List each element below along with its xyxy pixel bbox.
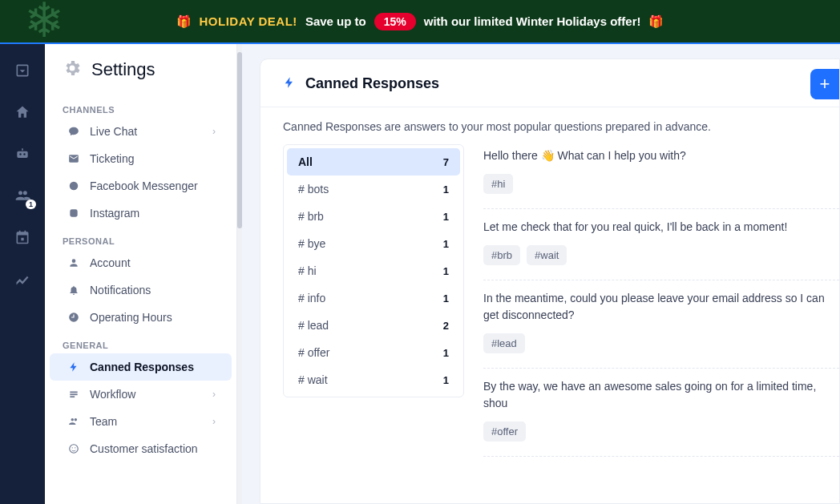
home-icon[interactable] <box>14 103 31 121</box>
tag-filter-row[interactable]: # info1 <box>287 284 460 312</box>
smile-icon <box>67 443 80 454</box>
people-icon[interactable]: 1 <box>14 187 31 204</box>
discount-pill: 15% <box>374 13 416 30</box>
snowflake-icon: ❄ <box>24 0 64 48</box>
tags-filter-list: All7# bots1# brb1# bye1# hi1# info1# lea… <box>283 144 464 397</box>
tag-filter-row[interactable]: # offer1 <box>287 339 460 366</box>
sidebar-item-canned-responses[interactable]: Canned Responses <box>50 353 232 381</box>
response-tag[interactable]: #hi <box>483 174 513 194</box>
clock-icon <box>67 312 80 323</box>
sidebar-item-live-chat[interactable]: Live Chat› <box>50 118 232 145</box>
nav-label: Customer satisfaction <box>90 442 198 455</box>
tag-label: # wait <box>298 373 328 386</box>
response-tag[interactable]: #brb <box>483 245 520 265</box>
banner-suffix: with our limited Winter Holidays offer! <box>424 14 641 28</box>
sidebar-item-instagram[interactable]: Instagram <box>50 200 232 227</box>
tag-filter-row[interactable]: # brb1 <box>287 203 460 230</box>
sidebar-item-ticketing[interactable]: Ticketing <box>50 145 232 172</box>
nav-label: Facebook Messenger <box>90 179 198 192</box>
response-tags: #offer <box>483 421 839 442</box>
response-item[interactable]: Hello there 👋 What can I help you with?#… <box>483 144 839 209</box>
banner-prefix: Save up to <box>305 14 366 28</box>
response-text: In the meantime, could you please leave … <box>483 290 839 324</box>
nav-label: Workflow <box>90 388 135 401</box>
holiday-banner[interactable]: ❄ 🎁 HOLIDAY DEAL! Save up to 15% with ou… <box>0 0 840 42</box>
svg-rect-4 <box>70 396 75 397</box>
tag-count: 1 <box>443 347 449 359</box>
tag-label: # info <box>298 292 325 304</box>
bot-icon[interactable] <box>14 145 31 163</box>
tag-filter-row[interactable]: All7 <box>287 148 460 175</box>
bell-icon <box>67 284 80 296</box>
nav-label: Operating Hours <box>90 311 172 324</box>
response-item[interactable]: In the meantime, could you please leave … <box>483 280 839 369</box>
account-icon <box>67 257 80 268</box>
deal-label: HOLIDAY DEAL! <box>200 14 297 28</box>
tag-count: 1 <box>443 211 449 223</box>
response-tag[interactable]: #offer <box>483 421 526 442</box>
calendar-icon[interactable] <box>14 228 31 246</box>
response-text: Hello there 👋 What can I help you with? <box>483 147 839 164</box>
response-tag[interactable]: #lead <box>483 333 525 353</box>
page-title: Settings <box>91 59 155 80</box>
sidebar-item-notifications[interactable]: Notifications <box>50 276 232 304</box>
sidebar-item-messenger[interactable]: Facebook Messenger <box>50 172 232 200</box>
svg-rect-3 <box>70 393 77 395</box>
tag-count: 1 <box>443 374 449 386</box>
response-item[interactable]: Let me check that for you real quick, I'… <box>483 209 839 280</box>
svg-point-6 <box>72 447 73 448</box>
section-channels: CHANNELS <box>45 95 236 118</box>
chevron-right-icon: › <box>212 126 216 137</box>
tag-count: 7 <box>443 156 449 168</box>
sidebar-item-customer-satisfaction[interactable]: Customer satisfaction <box>50 435 232 462</box>
tag-filter-row[interactable]: # bots1 <box>287 175 460 203</box>
tag-label: # bots <box>298 183 329 196</box>
sidebar-item-account[interactable]: Account <box>50 249 232 276</box>
svg-rect-2 <box>70 392 77 393</box>
response-text: By the way, we have an awesome sales goi… <box>483 378 839 412</box>
section-personal: PERSONAL <box>45 227 236 249</box>
chevron-right-icon: › <box>212 416 216 427</box>
tag-filter-row[interactable]: # bye1 <box>287 230 460 257</box>
response-item[interactable]: By the way, we have an awesome sales goi… <box>483 369 839 457</box>
nav-rail: 1 <box>0 44 45 504</box>
inbox-icon[interactable] <box>14 62 31 79</box>
messenger-icon <box>67 180 80 192</box>
bolt-icon <box>283 76 296 92</box>
svg-point-7 <box>75 447 75 448</box>
sidebar-item-team[interactable]: Team› <box>50 408 232 435</box>
responses-list: Hello there 👋 What can I help you with?#… <box>464 144 839 503</box>
nav-label: Live Chat <box>90 125 137 138</box>
tag-filter-row[interactable]: # wait1 <box>287 366 460 393</box>
tag-label: # hi <box>298 264 317 277</box>
people-badge: 1 <box>26 200 36 209</box>
workflow-icon <box>67 389 80 400</box>
canned-responses-panel: Canned Responses + Canned Responses are … <box>260 58 840 504</box>
nav-label: Account <box>90 256 131 269</box>
tag-count: 1 <box>443 183 449 196</box>
tag-count: 1 <box>443 292 449 304</box>
tag-filter-row[interactable]: # lead2 <box>287 312 460 339</box>
instagram-icon <box>67 208 80 219</box>
nav-label: Team <box>90 415 117 428</box>
nav-label: Notifications <box>90 284 151 296</box>
tag-count: 1 <box>443 238 449 250</box>
panel-description: Canned Responses are answers to your mos… <box>260 107 839 144</box>
sidebar-item-workflow[interactable]: Workflow› <box>50 381 232 408</box>
chevron-right-icon: › <box>212 389 216 400</box>
tag-label: All <box>298 155 313 168</box>
tag-count: 1 <box>443 265 449 277</box>
sidebar-item-operating-hours[interactable]: Operating Hours <box>50 304 232 331</box>
svg-rect-1 <box>70 209 77 216</box>
tag-label: # brb <box>298 210 324 223</box>
tag-filter-row[interactable]: # hi1 <box>287 257 460 284</box>
analytics-icon[interactable] <box>14 270 31 288</box>
tag-label: # bye <box>298 237 325 250</box>
section-general: GENERAL <box>45 331 236 353</box>
settings-sidebar: Settings CHANNELS Live Chat› Ticketing F… <box>45 44 237 504</box>
add-response-button[interactable]: + <box>810 69 839 99</box>
content-area: Canned Responses + Canned Responses are … <box>242 44 840 504</box>
gift-icon: 🎁 <box>176 14 192 29</box>
response-tag[interactable]: #wait <box>527 245 567 265</box>
tag-count: 2 <box>443 320 449 332</box>
